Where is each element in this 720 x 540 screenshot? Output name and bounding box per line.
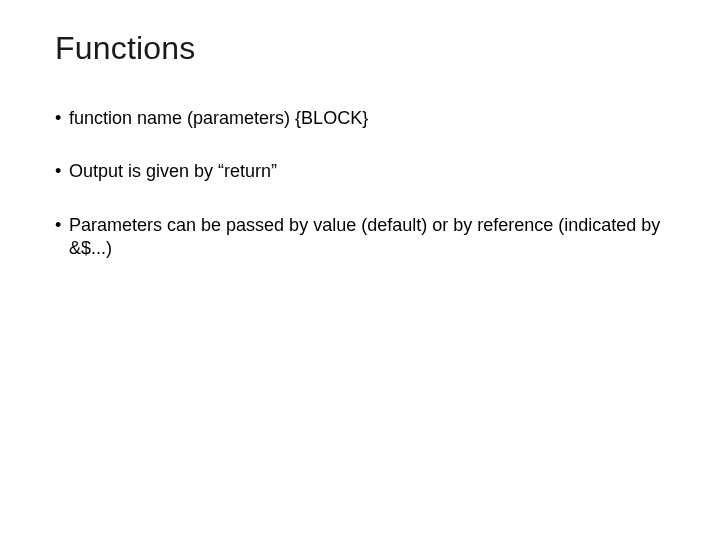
bullet-item: Output is given by “return” xyxy=(55,160,665,183)
bullet-item: Parameters can be passed by value (defau… xyxy=(55,214,665,261)
bullet-list: function name (parameters) {BLOCK} Outpu… xyxy=(55,107,665,261)
slide: Functions function name (parameters) {BL… xyxy=(0,0,720,540)
bullet-item: function name (parameters) {BLOCK} xyxy=(55,107,665,130)
slide-title: Functions xyxy=(55,30,665,67)
